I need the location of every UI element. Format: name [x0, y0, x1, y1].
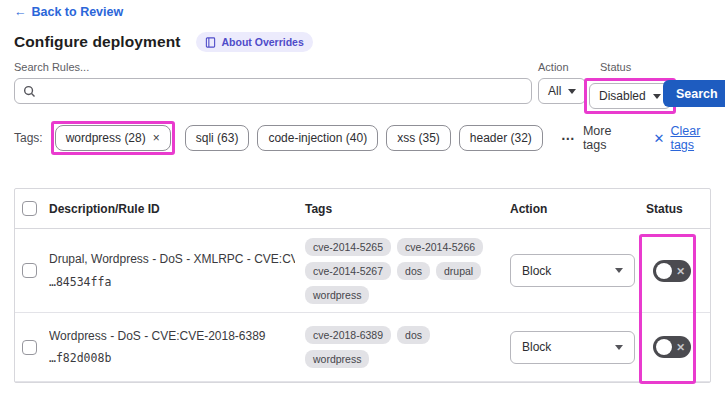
rule-tag: cve-2014-5267 [305, 262, 391, 280]
title-row: Configure deployment About Overrides [14, 32, 313, 52]
status-dropdown-highlight: Disabled [584, 78, 676, 114]
action-dropdown[interactable]: All [538, 78, 586, 104]
back-to-review-link[interactable]: ← Back to Review [14, 5, 123, 19]
book-icon [205, 37, 216, 48]
chevron-down-icon [615, 268, 623, 273]
clear-tags-label: Clear tags [670, 124, 717, 152]
action-select-value: Block [522, 340, 551, 354]
header-action: Action [510, 202, 646, 216]
search-column: Search Rules... [14, 61, 532, 104]
rule-tag: drupal [436, 262, 481, 280]
toggle-off-icon: ✕ [676, 265, 685, 276]
table-row: Drupal, Wordpress - DoS - XMLRPC - CVE:C… [15, 229, 710, 313]
table-header-row: Description/Rule ID Tags Action Status [15, 189, 710, 229]
tag-chip-header[interactable]: header (32) [459, 125, 543, 151]
back-link-label: Back to Review [32, 5, 124, 19]
rule-tag: cve-2018-6389 [305, 326, 391, 344]
header-description: Description/Rule ID [49, 202, 305, 216]
rule-tags: cve-2018-6389 dos wordpress [305, 326, 497, 368]
remove-tag-icon[interactable]: × [153, 132, 160, 144]
tags-bar: Tags: wordpress (28) × sqli (63) code-in… [14, 121, 717, 155]
search-input-box[interactable] [14, 78, 532, 104]
rule-tag: cve-2014-5265 [305, 238, 391, 256]
action-label: Action [538, 61, 586, 73]
about-overrides-label: About Overrides [221, 36, 303, 48]
rule-description: Drupal, Wordpress - DoS - XMLRPC - CVE:C… [49, 252, 295, 268]
selected-tag-highlight: wordpress (28) × [51, 121, 175, 155]
rule-tag: dos [397, 262, 430, 280]
status-filter: Status Disabled [584, 61, 676, 114]
tag-chip-sqli[interactable]: sqli (63) [185, 125, 250, 151]
action-select-value: Block [522, 264, 551, 278]
action-select[interactable]: Block [510, 254, 635, 287]
more-tags-button[interactable]: ⋯ More tags [561, 124, 628, 152]
action-select[interactable]: Block [510, 331, 635, 364]
header-tags: Tags [305, 202, 510, 216]
chevron-down-icon [653, 94, 661, 99]
chevron-down-icon [568, 89, 576, 94]
rule-tag: dos [397, 326, 430, 344]
ellipsis-icon: ⋯ [561, 130, 576, 146]
header-status: Status [646, 202, 710, 216]
configure-deployment-page: ← Back to Review Configure deployment Ab… [0, 0, 725, 406]
tag-chip-wordpress[interactable]: wordpress (28) × [55, 125, 171, 151]
chevron-down-icon [615, 345, 623, 350]
search-icon [23, 85, 36, 98]
rule-tag: cve-2014-5266 [397, 238, 483, 256]
clear-tags-link[interactable]: ✕ Clear tags [654, 124, 717, 152]
more-tags-label: More tags [583, 124, 628, 152]
status-toggle[interactable]: ✕ [653, 336, 691, 358]
action-dropdown-value: All [548, 84, 561, 98]
action-filter: Action All [538, 61, 586, 104]
table-row: Wordpress - DoS - CVE:CVE-2018-6389 …f82… [15, 313, 710, 382]
status-label: Status [600, 61, 676, 73]
status-toggle[interactable]: ✕ [653, 260, 691, 282]
tag-chip-label: wordpress (28) [66, 131, 146, 145]
rule-description: Wordpress - DoS - CVE:CVE-2018-6389 [49, 329, 295, 345]
row-checkbox[interactable] [22, 263, 37, 278]
about-overrides-badge[interactable]: About Overrides [196, 32, 312, 52]
tag-chip-xss[interactable]: xss (35) [386, 125, 451, 151]
rule-id: …84534ffa [49, 275, 295, 289]
search-rules-label: Search Rules... [14, 61, 532, 73]
toggle-off-icon: ✕ [676, 342, 685, 353]
tags-label: Tags: [14, 131, 43, 145]
search-input[interactable] [42, 84, 523, 98]
rule-tag: wordpress [305, 286, 369, 304]
page-title: Configure deployment [14, 33, 180, 51]
status-dropdown[interactable]: Disabled [589, 83, 671, 109]
rule-tag: wordpress [305, 350, 369, 368]
status-dropdown-value: Disabled [599, 89, 646, 103]
search-button[interactable]: Search [663, 80, 725, 107]
rule-tags: cve-2014-5265 cve-2014-5266 cve-2014-526… [305, 238, 497, 304]
toggle-knob [656, 339, 672, 355]
tag-chip-code-injection[interactable]: code-injection (40) [257, 125, 378, 151]
select-all-checkbox[interactable] [22, 201, 37, 216]
toggle-knob [656, 263, 672, 279]
rules-table: Description/Rule ID Tags Action Status D… [14, 188, 711, 383]
row-checkbox[interactable] [22, 340, 37, 355]
rule-id: …f82d008b [49, 351, 295, 365]
back-arrow-icon: ← [14, 5, 27, 19]
close-icon: ✕ [654, 131, 665, 146]
